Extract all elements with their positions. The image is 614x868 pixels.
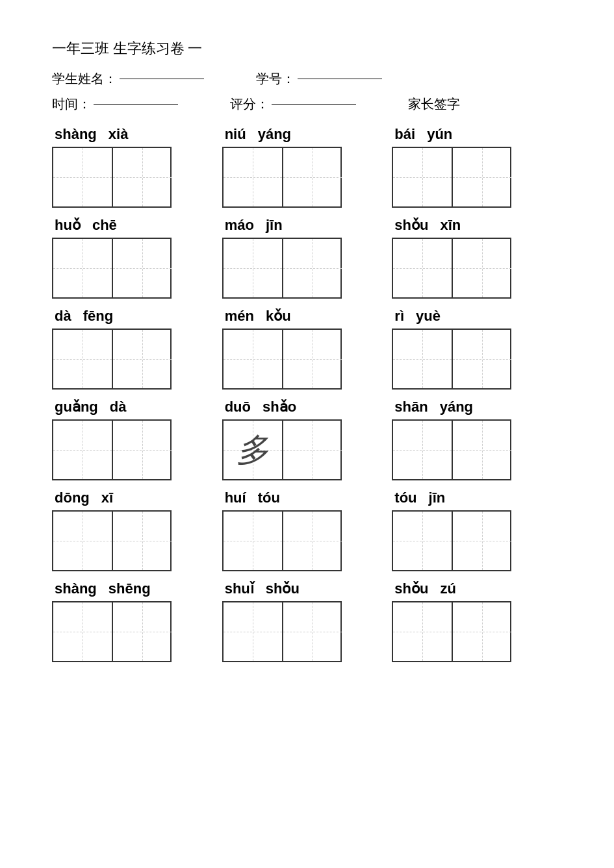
word-block-4-2: tóujīn bbox=[392, 490, 562, 571]
pinyin-text: shǒu bbox=[394, 580, 428, 597]
write-cell-0 bbox=[53, 148, 112, 206]
write-cell-0 bbox=[393, 421, 452, 479]
time-field: 时间： bbox=[52, 95, 178, 113]
write-cell-0 bbox=[224, 239, 282, 297]
word-block-2-2: rìyuè bbox=[392, 308, 562, 390]
word-block-2-0: dàfēng bbox=[52, 308, 222, 390]
write-cell-0 bbox=[53, 512, 112, 570]
pinyin-text: chē bbox=[92, 217, 117, 234]
write-cell-0 bbox=[53, 330, 112, 388]
write-cell-1 bbox=[453, 330, 511, 388]
pinyin-text: shǒu bbox=[394, 217, 428, 234]
write-cell-1 bbox=[283, 148, 342, 206]
writing-grid bbox=[222, 147, 342, 208]
word-block-1-1: máojīn bbox=[222, 217, 392, 299]
vertical-dash bbox=[313, 421, 313, 479]
pinyin-text: shǎo bbox=[262, 399, 296, 415]
write-cell-0 bbox=[224, 330, 282, 388]
vertical-dash bbox=[422, 330, 423, 388]
pinyin-text: shàng bbox=[55, 580, 97, 597]
vertical-dash bbox=[253, 239, 253, 297]
writing-grid bbox=[52, 147, 172, 208]
vertical-dash bbox=[142, 239, 143, 297]
pinyin-text: niú bbox=[225, 126, 246, 143]
pinyin-text: máo bbox=[225, 217, 254, 234]
writing-grid bbox=[392, 147, 511, 208]
pinyin-text: jīn bbox=[429, 490, 446, 506]
vertical-dash bbox=[83, 148, 83, 206]
writing-grid bbox=[52, 329, 172, 390]
word-block-1-0: huǒchē bbox=[52, 217, 222, 299]
writing-grid bbox=[222, 601, 342, 662]
vertical-dash bbox=[83, 330, 83, 388]
pinyin-text: shuǐ bbox=[225, 580, 254, 597]
vertical-dash bbox=[482, 239, 483, 297]
vertical-dash bbox=[422, 602, 423, 661]
pinyin-text: shàng bbox=[55, 126, 97, 143]
write-cell-1 bbox=[453, 421, 511, 479]
writing-grid bbox=[52, 419, 172, 480]
writing-grid bbox=[222, 510, 342, 571]
writing-grid bbox=[52, 601, 172, 662]
writing-grid bbox=[392, 329, 511, 390]
score-field: 评分： bbox=[230, 95, 356, 113]
writing-grid bbox=[52, 510, 172, 571]
vertical-dash bbox=[83, 602, 83, 661]
pinyin-text: xī bbox=[101, 490, 113, 506]
write-cell-0 bbox=[53, 602, 112, 661]
writing-grid: 多 bbox=[222, 419, 342, 480]
exercise-row-0: shàngxiàniúyángbáiyún bbox=[52, 126, 562, 208]
vertical-dash bbox=[83, 512, 83, 570]
write-cell-0 bbox=[224, 602, 282, 661]
write-cell-1 bbox=[113, 239, 172, 297]
pinyin-text: guǎng bbox=[55, 399, 98, 415]
page-title: 一年三班 生字练习卷 一 bbox=[52, 39, 562, 58]
word-block-3-2: shānyáng bbox=[392, 399, 562, 480]
write-cell-1 bbox=[283, 602, 342, 661]
writing-grid bbox=[392, 601, 511, 662]
write-cell-1 bbox=[283, 512, 342, 570]
word-block-0-0: shàngxià bbox=[52, 126, 222, 208]
vertical-dash bbox=[313, 239, 313, 297]
write-cell-0 bbox=[53, 239, 112, 297]
vertical-dash bbox=[142, 421, 143, 479]
write-cell-1 bbox=[113, 421, 172, 479]
vertical-dash bbox=[422, 512, 423, 570]
write-cell-1 bbox=[113, 602, 172, 661]
word-block-0-2: báiyún bbox=[392, 126, 562, 208]
vertical-dash bbox=[142, 512, 143, 570]
word-block-0-1: niúyáng bbox=[222, 126, 392, 208]
write-cell-1 bbox=[453, 512, 511, 570]
pinyin-text: zú bbox=[440, 580, 455, 597]
pinyin-text: duō bbox=[225, 399, 251, 415]
pinyin-text: xīn bbox=[440, 217, 461, 234]
write-cell-0 bbox=[393, 239, 452, 297]
pinyin-text: huǒ bbox=[55, 217, 81, 234]
word-block-5-1: shuǐshǒu bbox=[222, 580, 392, 662]
word-block-2-1: ménkǒu bbox=[222, 308, 392, 390]
write-cell-0 bbox=[224, 512, 282, 570]
vertical-dash bbox=[482, 330, 483, 388]
write-cell-1 bbox=[453, 239, 511, 297]
pinyin-text: kǒu bbox=[266, 308, 291, 325]
exercise-row-2: dàfēngménkǒurìyuè bbox=[52, 308, 562, 390]
pinyin-text: shān bbox=[394, 399, 428, 415]
vertical-dash bbox=[253, 330, 253, 388]
write-cell-1 bbox=[113, 512, 172, 570]
writing-grid bbox=[222, 238, 342, 299]
pinyin-text: dōng bbox=[55, 490, 90, 506]
exercise-row-5: shàngshēngshuǐshǒushǒuzú bbox=[52, 580, 562, 662]
write-cell-1 bbox=[283, 239, 342, 297]
exercise-row-3: guǎngdàduōshǎo多shānyáng bbox=[52, 399, 562, 480]
writing-grid bbox=[52, 238, 172, 299]
exercise-grid: shàngxiàniúyángbáiyúnhuǒchēmáojīnshǒuxīn… bbox=[52, 126, 562, 662]
vertical-dash bbox=[142, 148, 143, 206]
write-cell-1 bbox=[113, 148, 172, 206]
vertical-dash bbox=[313, 602, 313, 661]
pinyin-text: dà bbox=[55, 308, 71, 325]
write-cell-1 bbox=[283, 330, 342, 388]
writing-grid bbox=[222, 329, 342, 390]
student-id-field: 学号： bbox=[256, 70, 382, 88]
vertical-dash bbox=[142, 602, 143, 661]
write-cell-1 bbox=[453, 148, 511, 206]
